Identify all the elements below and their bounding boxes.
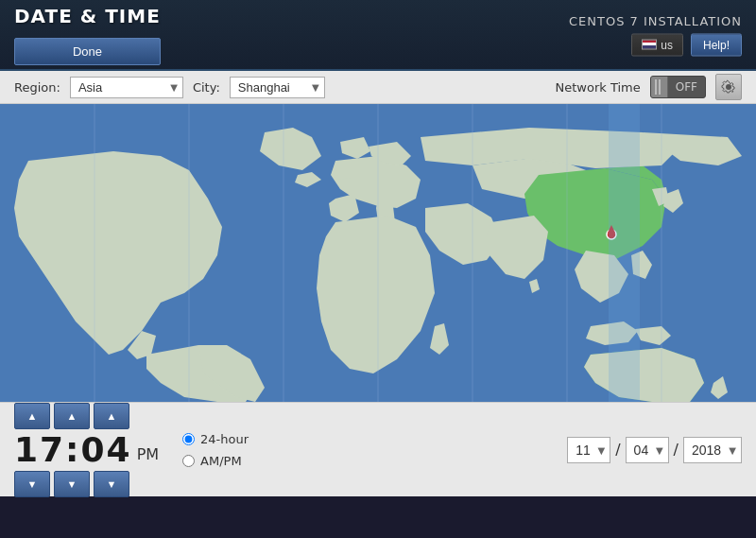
format-24h-label: 24-hour	[200, 432, 249, 446]
help-button[interactable]: Help!	[691, 33, 742, 56]
region-select[interactable]: Africa Americas Asia Atlantic Ocean Aust…	[70, 77, 183, 98]
date-spinners: 01020304 05060708 09101112 / 01020304 05…	[567, 437, 742, 463]
network-time-toggle[interactable]: OFF	[650, 76, 706, 98]
toggle-slider	[651, 77, 668, 97]
ampm-down-button[interactable]: ▼	[94, 471, 129, 497]
region-label: Region:	[14, 80, 60, 95]
controls-bar: Region: Africa Americas Asia Atlantic Oc…	[0, 71, 756, 104]
language-button[interactable]: us	[631, 33, 683, 56]
year-select-wrapper: 201520162017 201820192020	[683, 437, 742, 463]
svg-rect-1	[659, 79, 661, 95]
time-format-group: 24-hour AM/PM	[182, 432, 249, 468]
format-24h-radio[interactable]	[182, 433, 195, 445]
format-24h-option[interactable]: 24-hour	[182, 432, 249, 446]
time-spinners: ▲ ▲ ▲ 17:04 PM ▼ ▼ ▼	[14, 403, 159, 497]
ampm-display: PM	[137, 445, 159, 463]
time-separator: :	[65, 430, 80, 469]
format-ampm-label: AM/PM	[200, 454, 242, 468]
done-button[interactable]: Done	[14, 38, 161, 65]
toggle-state: OFF	[668, 78, 705, 95]
spinner-up-row: ▲ ▲ ▲	[14, 403, 129, 429]
hours-down-button[interactable]: ▼	[14, 471, 50, 497]
header-right: CENTOS 7 INSTALLATION us Help!	[569, 13, 742, 56]
date-sep-2: /	[674, 441, 679, 459]
month-select[interactable]: 01020304 05060708 09101112	[567, 437, 610, 463]
flag-icon	[642, 40, 657, 50]
format-ampm-option[interactable]: AM/PM	[182, 454, 249, 468]
world-map[interactable]	[0, 104, 756, 402]
day-select-wrapper: 01020304 05060708 09101112 13141516 1718…	[626, 437, 669, 463]
year-select[interactable]: 201520162017 201820192020	[683, 437, 742, 463]
time-display: 17:04	[14, 433, 132, 467]
svg-rect-0	[655, 79, 657, 95]
centos-label: CENTOS 7 INSTALLATION	[569, 13, 742, 27]
ampm-up-button[interactable]: ▲	[94, 403, 129, 429]
city-label: City:	[193, 80, 220, 95]
gear-icon	[721, 79, 736, 95]
date-sep-1: /	[615, 441, 620, 459]
city-select[interactable]: Beijing Chongqing Hong Kong Kashgar Shan…	[230, 77, 325, 98]
minutes-up-button[interactable]: ▲	[54, 403, 90, 429]
svg-rect-12	[609, 104, 640, 402]
city-select-wrapper: Beijing Chongqing Hong Kong Kashgar Shan…	[230, 77, 325, 98]
minutes-display: 04	[81, 430, 132, 469]
spinner-down-row: ▼ ▼ ▼	[14, 471, 129, 497]
hours-display: 17	[14, 430, 65, 469]
lang-label: us	[661, 38, 673, 51]
day-select[interactable]: 01020304 05060708 09101112 13141516 1718…	[626, 437, 669, 463]
header: DATE & TIME Done CENTOS 7 INSTALLATION u…	[0, 0, 756, 71]
network-time-label: Network Time	[556, 80, 641, 95]
map-svg	[0, 104, 756, 402]
bottom-bar: ▲ ▲ ▲ 17:04 PM ▼ ▼ ▼ 24-hour AM/PM	[0, 402, 756, 496]
ntp-settings-button[interactable]	[715, 74, 742, 100]
month-select-wrapper: 01020304 05060708 09101112	[567, 437, 610, 463]
format-ampm-radio[interactable]	[182, 455, 195, 467]
header-actions: us Help!	[631, 33, 742, 56]
hours-up-button[interactable]: ▲	[14, 403, 50, 429]
region-select-wrapper: Africa Americas Asia Atlantic Ocean Aust…	[70, 77, 183, 98]
minutes-down-button[interactable]: ▼	[54, 471, 90, 497]
time-display-row: 17:04 PM	[14, 433, 159, 467]
page-title: DATE & TIME	[14, 5, 161, 27]
